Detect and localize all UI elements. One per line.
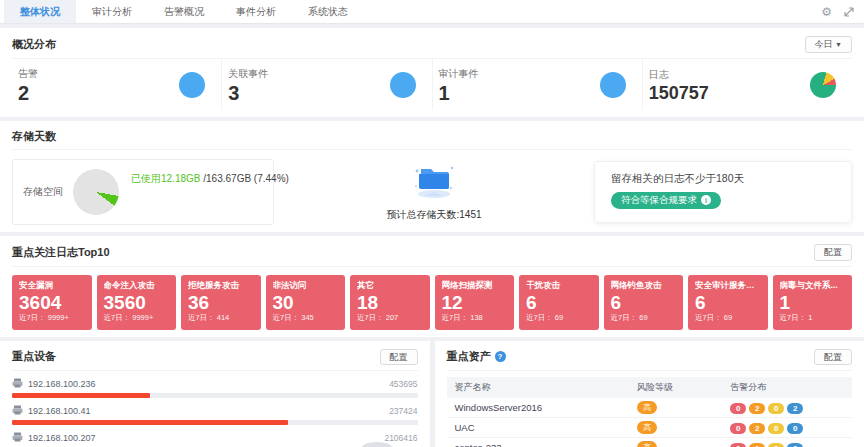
period-dropdown[interactable]: 今日 ▼	[805, 36, 852, 53]
alert-badge-3: 2	[787, 443, 803, 447]
log-card-name: 病毒与文件系...	[780, 280, 846, 292]
asset-col-2: 告警分布	[722, 377, 852, 398]
stat-circle-icon	[179, 72, 205, 98]
chevron-down-icon: ▼	[835, 41, 842, 48]
log-card-value: 1	[780, 292, 846, 314]
asset-row-1[interactable]: UAC高0200	[447, 418, 853, 438]
log-card-recent: 近7日： 414	[188, 313, 254, 323]
retention-card: 留存相关的日志不少于180天 符合等保合规要求 i	[594, 161, 852, 223]
assets-title-text: 重点资产	[447, 349, 491, 364]
asset-alerts-cell: 0200	[722, 418, 852, 438]
topbar-icons: ⚙	[821, 0, 854, 24]
alert-badge-0: 0	[730, 423, 746, 434]
log-card-3[interactable]: 非法访问30近7日： 345	[266, 275, 346, 330]
log-card-recent: 近7日： 1	[780, 313, 846, 323]
expand-icon[interactable]	[844, 3, 854, 21]
device-row-top: 192.168.100.41237424	[12, 405, 418, 417]
help-icon[interactable]: ?	[495, 351, 506, 362]
log-card-value: 12	[442, 292, 508, 314]
asset-row-2[interactable]: centos-233高0112	[447, 438, 853, 447]
asset-row-0[interactable]: WindowsServer2016高0202	[447, 398, 853, 418]
device-row-1[interactable]: 192.168.100.41237424	[12, 405, 418, 425]
asset-alerts-cell: 0112	[722, 438, 852, 447]
log-card-recent: 近7日： 207	[357, 313, 423, 323]
device-bar-track	[12, 393, 418, 398]
log-card-2[interactable]: 拒绝服务攻击36近7日： 414	[181, 275, 261, 330]
device-row-2[interactable]: 192.168.100.2072106416	[12, 432, 418, 447]
devices-title: 重点设备	[12, 349, 56, 364]
tab-4[interactable]: 系统状态	[292, 0, 364, 23]
storage-space-card: 存储空间 已使用12.18GB /163.67GB (7.44%)	[12, 159, 274, 225]
stat-circle-icon	[390, 72, 416, 98]
assets-config-button[interactable]: 配置	[814, 349, 852, 366]
top-logs-row: 安全漏洞3604近7日： 9999+命令注入攻击3560近7日： 9999+拒绝…	[12, 267, 852, 330]
log-card-8[interactable]: 安全审计服务攻击6近7日： 69	[688, 275, 768, 330]
asset-col-0: 资产名称	[447, 377, 629, 398]
log-card-1[interactable]: 命令注入攻击3560近7日： 9999+	[97, 275, 177, 330]
log-card-6[interactable]: 干扰攻击6近7日： 69	[519, 275, 599, 330]
device-ip: 192.168.100.41	[28, 406, 91, 416]
storage-title: 存储天数	[12, 129, 56, 144]
storage-usage-text: 已使用12.18GB /163.67GB (7.44%)	[131, 172, 289, 186]
retention-text: 留存相关的日志不少于180天	[611, 172, 835, 186]
device-row-0[interactable]: 192.168.100.236453695	[12, 378, 418, 398]
device-ip-group: 192.168.100.207	[12, 432, 96, 444]
log-card-9[interactable]: 病毒与文件系...1近7日： 1	[773, 275, 853, 330]
device-value: 2106416	[384, 433, 417, 443]
float-widget-partial[interactable]	[362, 442, 392, 447]
asset-name: UAC	[447, 418, 629, 438]
stat-card-3[interactable]: 日志150757	[643, 59, 852, 110]
top-logs-config-button[interactable]: 配置	[814, 244, 852, 261]
devices-config-button[interactable]: 配置	[380, 349, 418, 366]
top-logs-title: 重点关注日志Top10	[12, 245, 110, 260]
log-card-4[interactable]: 其它18近7日： 207	[350, 275, 430, 330]
log-card-recent: 近7日： 69	[611, 313, 677, 323]
alert-badge-3: 2	[787, 403, 803, 414]
period-dropdown-label: 今日	[815, 39, 833, 49]
log-card-5[interactable]: 网络扫描探测12近7日： 138	[435, 275, 515, 330]
asset-risk-cell: 高	[629, 418, 722, 438]
asset-name: centos-233	[447, 438, 629, 447]
stat-label: 告警	[18, 67, 38, 81]
log-card-0[interactable]: 安全漏洞3604近7日： 9999+	[12, 275, 92, 330]
asset-risk-cell: 高	[629, 398, 722, 418]
stat-card-2[interactable]: 审计事件1	[433, 59, 643, 110]
tab-2[interactable]: 告警概况	[148, 0, 220, 23]
log-card-value: 3604	[19, 292, 85, 314]
stat-info: 日志150757	[649, 68, 709, 103]
compliance-badge[interactable]: 符合等保合规要求 i	[611, 192, 721, 209]
device-ip: 192.168.100.207	[28, 433, 96, 443]
alert-badge-0: 0	[730, 403, 746, 414]
device-list: 192.168.100.236453695192.168.100.4123742…	[12, 378, 418, 447]
alert-badge-2: 0	[768, 403, 784, 414]
log-card-recent: 近7日： 345	[273, 313, 339, 323]
device-icon	[12, 405, 23, 417]
tab-3[interactable]: 事件分析	[220, 0, 292, 23]
devices-panel: 重点设备 配置 192.168.100.236453695192.168.100…	[0, 341, 430, 447]
stat-label: 关联事件	[228, 67, 268, 81]
storage-used-value: 已使用12.18GB	[131, 173, 200, 184]
gear-icon[interactable]: ⚙	[821, 6, 832, 18]
assets-table: 资产名称风险等级告警分布 WindowsServer2016高0202UAC高0…	[447, 377, 853, 447]
tab-list: 整体状况审计分析告警概况事件分析系统状态	[4, 0, 364, 23]
overview-panel: 概况分布 今日 ▼ 告警2关联事件3审计事件1日志150757	[0, 28, 864, 117]
device-value: 453695	[389, 379, 417, 389]
log-card-value: 6	[695, 292, 761, 314]
top-tab-bar: 整体状况审计分析告警概况事件分析系统状态 ⚙	[0, 0, 864, 24]
asset-name: WindowsServer2016	[447, 398, 629, 418]
storage-days-block: 预计总存储天数:1451	[274, 161, 594, 222]
device-row-top: 192.168.100.236453695	[12, 378, 418, 390]
tab-1[interactable]: 审计分析	[76, 0, 148, 23]
alert-badge-1: 2	[749, 423, 765, 434]
storage-panel: 存储天数 存储空间 已使用12.18GB /163.67GB (7.44%) 预	[0, 121, 864, 232]
alert-badge-1: 1	[749, 443, 765, 447]
storage-pie-chart	[73, 169, 119, 215]
log-card-7[interactable]: 网络钓鱼攻击6近7日： 69	[604, 275, 684, 330]
tab-0[interactable]: 整体状况	[4, 0, 76, 23]
stat-card-0[interactable]: 告警2	[12, 59, 222, 110]
log-card-name: 安全漏洞	[19, 280, 85, 292]
assets-panel: 重点资产 ? 配置 资产名称风险等级告警分布 WindowsServer2016…	[435, 341, 864, 447]
log-pie-icon	[810, 72, 836, 98]
stat-card-1[interactable]: 关联事件3	[222, 59, 432, 110]
alert-badge-2: 0	[768, 423, 784, 434]
